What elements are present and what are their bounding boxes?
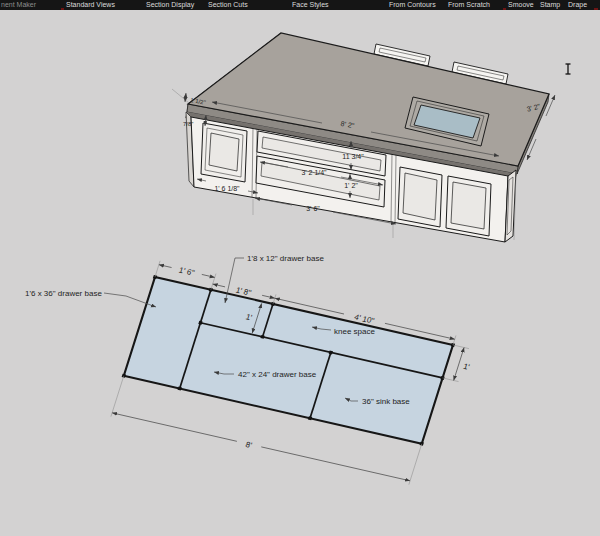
toolbar-divider-mark xyxy=(594,8,598,10)
menu-item-standard-views[interactable]: Standard Views xyxy=(66,0,115,10)
island-footprint[interactable] xyxy=(124,277,453,444)
right-door-2-panel xyxy=(451,182,486,229)
label-sink-base: 36" sink base xyxy=(362,397,410,406)
dim-counter-overhang: 7/8" xyxy=(183,121,193,127)
extension-line xyxy=(211,274,216,290)
label-knee-space: knee space xyxy=(334,327,375,336)
extension-line xyxy=(453,345,469,349)
dim-left-door-width: 1' 6 1/8" xyxy=(214,185,240,192)
menu-item-section-display[interactable]: Section Display xyxy=(146,0,194,10)
toolbar-labels-bar: nent Maker Standard Views Section Displa… xyxy=(0,0,600,10)
extension-line xyxy=(111,376,124,417)
dim-knee-space-depth: 1' xyxy=(462,362,471,372)
dim-total-length: 8' xyxy=(245,440,254,450)
extension-line xyxy=(443,378,459,382)
dim-line-total-length xyxy=(112,413,237,441)
left-door-panel xyxy=(209,133,239,171)
dim-left-base-width: 1' 6" xyxy=(178,265,196,277)
extension-line xyxy=(273,294,276,304)
dim-line-mid-drawer xyxy=(213,284,225,287)
extension-line xyxy=(409,444,422,485)
drawing-canvas[interactable]: 8' 2" 3' 2" 1 1/2" 7/8" 11 3/4" 3' 2 1/4… xyxy=(0,0,600,536)
dim-line-knee-space-depth xyxy=(454,348,464,381)
dim-top-drawer-height: 11 3/4" xyxy=(342,153,364,160)
sketchup-window: nent Maker Standard Views Section Displa… xyxy=(0,0,600,536)
dim-line-mid-drawer xyxy=(262,295,275,298)
dim-drawer-front-width: 3' 2 1/4" xyxy=(301,169,327,176)
menu-item-smoove[interactable]: Smoove xyxy=(508,0,534,10)
island-3d-model[interactable] xyxy=(172,33,549,242)
text-cursor xyxy=(566,64,571,74)
menu-item-component-maker[interactable]: nent Maker xyxy=(1,0,36,10)
dim-line-total-length xyxy=(261,447,410,481)
extension-line xyxy=(172,89,189,103)
dim-bottom-drawer-height: 1' 2" xyxy=(344,182,358,189)
extension-line xyxy=(453,335,456,345)
dim-line-left-base xyxy=(159,265,172,268)
menu-item-stamp[interactable]: Stamp xyxy=(540,0,560,10)
menu-item-section-cuts[interactable]: Section Cuts xyxy=(208,0,248,10)
dim-line-left-base xyxy=(202,274,215,277)
label-center-drawer-base: 42" x 24" drawer base xyxy=(238,370,317,379)
toolbar-divider-mark xyxy=(503,8,506,10)
label-left-drawer-base: 1'6 x 36" drawer base xyxy=(25,289,102,298)
menu-item-face-styles[interactable]: Face Styles xyxy=(292,0,329,10)
menu-item-from-contours[interactable]: From Contours xyxy=(389,0,436,10)
toolbar-divider-mark xyxy=(61,8,64,10)
menu-item-from-scratch[interactable]: From Scratch xyxy=(448,0,490,10)
menu-item-drape[interactable]: Drape xyxy=(568,0,587,10)
extension-line xyxy=(155,261,160,277)
right-door-1-panel xyxy=(403,173,437,220)
dim-drawer-section-width: 3' 6" xyxy=(306,205,320,212)
label-mid-drawer-base: 1'8 x 12" drawer base xyxy=(247,254,324,263)
